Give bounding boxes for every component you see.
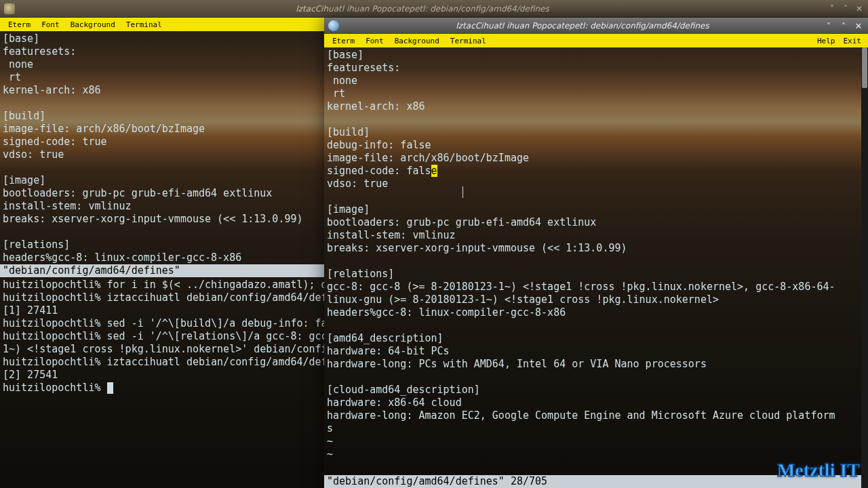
left-terminal-text-top: [base] featuresets: none rt kernel-arch:… — [0, 31, 324, 264]
back-window-title: IztacCihuatl ihuan Popocatepetl: debian/… — [19, 4, 826, 14]
app-icon — [328, 20, 339, 31]
scrollbar-thumb[interactable] — [862, 47, 867, 88]
right-terminal-window: Eterm Font Background Terminal Help Exit… — [324, 34, 868, 488]
scrollbar[interactable] — [861, 47, 868, 488]
app-icon — [4, 3, 15, 14]
menu-help[interactable]: Help — [813, 35, 840, 47]
minimize-button[interactable]: ˅ — [822, 20, 835, 32]
shell-cursor — [107, 382, 113, 394]
left-terminal-window: Eterm Font Background Terminal [base] fe… — [0, 18, 324, 488]
front-window-titlebar[interactable]: IztacCihuatl ihuan Popocatepetl: debian/… — [324, 18, 868, 34]
back-window-titlebar: IztacCihuatl ihuan Popocatepetl: debian/… — [0, 0, 868, 18]
menu-eterm[interactable]: Eterm — [3, 18, 36, 31]
text-caret-icon — [462, 186, 463, 198]
menu-font[interactable]: Font — [36, 18, 65, 31]
right-terminal-area[interactable]: [base] featuresets: none rt kernel-arch:… — [324, 47, 861, 488]
front-window-title: IztacCihuatl ihuan Popocatepetl: debian/… — [343, 21, 822, 30]
front-window: IztacCihuatl ihuan Popocatepetl: debian/… — [324, 18, 868, 488]
watermark-logo: Metztli IT — [777, 460, 860, 481]
left-menubar: Eterm Font Background Terminal — [0, 18, 324, 31]
left-terminal-text-bottom: huitzilopochtli% for i in $(< ../chingad… — [0, 277, 324, 394]
vim-cursor: e — [431, 165, 437, 177]
menu-eterm[interactable]: Eterm — [327, 35, 360, 47]
right-menubar: Eterm Font Background Terminal Help Exit — [324, 34, 868, 47]
menu-terminal[interactable]: Terminal — [445, 35, 492, 47]
right-terminal-text: [base] featuresets: none rt kernel-arch:… — [324, 47, 861, 461]
maximize-button[interactable]: ˄ — [837, 20, 850, 32]
menu-terminal[interactable]: Terminal — [121, 18, 167, 31]
left-terminal-area[interactable]: [base] featuresets: none rt kernel-arch:… — [0, 31, 324, 488]
close-button[interactable]: ✕ — [853, 3, 865, 14]
maximize-button[interactable]: ˄ — [840, 3, 852, 14]
menu-exit[interactable]: Exit — [840, 35, 866, 47]
close-button[interactable]: ✕ — [852, 20, 865, 32]
menu-background[interactable]: Background — [389, 35, 445, 47]
menu-font[interactable]: Font — [360, 35, 389, 47]
menu-background[interactable]: Background — [65, 18, 121, 31]
left-vim-status: "debian/config/amd64/defines" — [0, 264, 324, 277]
minimize-button[interactable]: ˅ — [826, 3, 838, 14]
